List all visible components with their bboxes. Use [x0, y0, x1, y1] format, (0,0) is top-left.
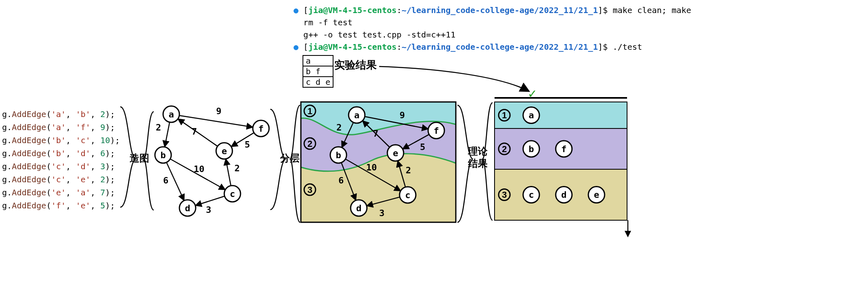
sweep-arrow-icon	[0, 0, 868, 292]
